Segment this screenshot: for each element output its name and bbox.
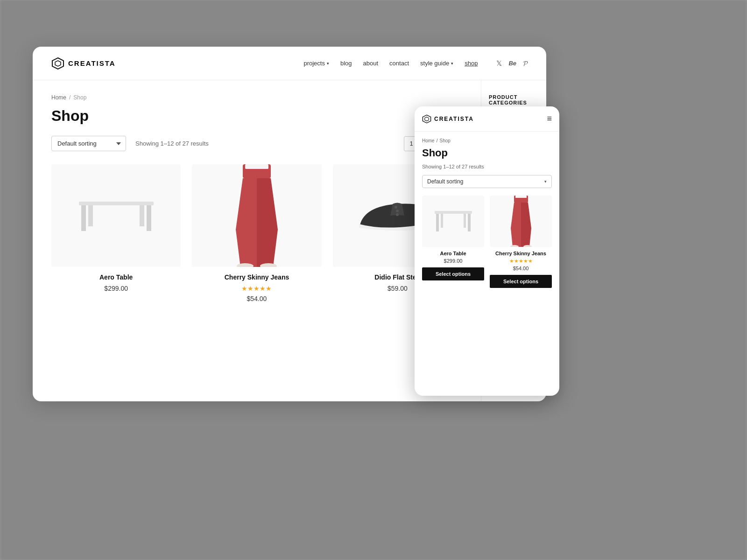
mobile-sort-label: Default sorting [427, 178, 463, 185]
product-name-2: Cherry Skinny Jeans [225, 273, 289, 281]
mobile-card: CREATISTA ≡ Home / Shop Shop Showing 1–1… [415, 106, 559, 396]
page-title: Shop [51, 107, 462, 125]
behance-icon[interactable]: Be [508, 60, 516, 67]
svg-rect-20 [464, 214, 466, 228]
jeans-image [229, 164, 285, 267]
mobile-results-text: Showing 1–12 of 27 results [422, 164, 552, 169]
svg-point-11 [395, 206, 397, 209]
nav-links: projects ▾ blog about contact style guid… [303, 59, 528, 68]
mobile-body: Home / Shop Shop Showing 1–12 of 27 resu… [415, 132, 559, 396]
mobile-product-card-1: Aero Table $299.00 Select options [422, 196, 484, 288]
svg-rect-24 [515, 196, 527, 198]
twitter-icon[interactable]: 𝕏 [496, 59, 502, 68]
nav-blog[interactable]: blog [340, 60, 352, 67]
svg-marker-15 [425, 117, 429, 121]
product-name-3: Didio Flat Step [374, 273, 420, 281]
nav-contact[interactable]: contact [389, 60, 409, 67]
mobile-products-grid: Aero Table $299.00 Select options Ch [422, 196, 552, 288]
mobile-logo-icon [422, 114, 431, 124]
mobile-sort-select[interactable]: Default sorting ▾ [422, 175, 552, 188]
breadcrumb-current: Shop [73, 94, 86, 101]
product-price-2: $54.00 [247, 295, 267, 302]
mobile-product-name-2: Cherry Skinny Jeans [495, 251, 546, 256]
mobile-navigation: CREATISTA ≡ [415, 106, 559, 132]
product-stars-2: ★★★★★ [241, 285, 272, 292]
product-card-2: Cherry Skinny Jeans ★★★★★ $54.00 [192, 164, 321, 302]
logo[interactable]: CREATISTA [51, 57, 116, 70]
product-image-wrap-1 [51, 164, 181, 267]
chevron-down-icon-2: ▾ [451, 61, 453, 66]
shop-toolbar: Default sorting Showing 1–12 of 27 resul… [51, 136, 462, 151]
results-text: Showing 1–12 of 27 results [135, 140, 209, 147]
svg-point-12 [396, 210, 399, 212]
svg-rect-5 [88, 205, 93, 226]
nav-style-guide[interactable]: style guide ▾ [420, 60, 453, 67]
nav-about[interactable]: about [363, 60, 379, 67]
mobile-jeans-image [507, 196, 535, 247]
product-price-1: $299.00 [104, 285, 128, 292]
chevron-down-icon: ▾ [327, 61, 329, 66]
mobile-product-card-2: Cherry Skinny Jeans ★★★★★ $54.00 Select … [490, 196, 552, 288]
logo-icon [51, 57, 64, 70]
pinterest-icon[interactable]: 𝓟 [523, 59, 528, 68]
svg-rect-10 [245, 164, 268, 169]
product-name-1: Aero Table [99, 273, 133, 281]
nav-projects[interactable]: projects ▾ [303, 60, 329, 67]
product-card-1: Aero Table $299.00 [51, 164, 181, 302]
product-image-wrap-2 [192, 164, 321, 267]
mobile-product-price-1: $299.00 [444, 258, 463, 264]
mobile-breadcrumb: Home / Shop [422, 138, 552, 143]
mobile-table-image [432, 207, 474, 235]
nav-shop[interactable]: shop [465, 60, 478, 67]
svg-marker-1 [55, 61, 61, 66]
svg-rect-6 [140, 205, 144, 226]
social-icons: 𝕏 Be 𝓟 [496, 59, 528, 68]
hamburger-menu-icon[interactable]: ≡ [547, 114, 552, 124]
breadcrumb-home[interactable]: Home [51, 94, 66, 101]
mobile-breadcrumb-sep: / [437, 138, 438, 143]
select-options-button-1[interactable]: Select options [422, 267, 484, 280]
mobile-product-image-wrap-2 [490, 196, 552, 247]
product-price-3: $59.00 [388, 285, 408, 292]
mobile-product-price-2: $54.00 [513, 266, 529, 271]
mobile-breadcrumb-home: Home [422, 138, 435, 143]
svg-rect-2 [79, 202, 154, 205]
breadcrumb-separator: / [69, 94, 70, 101]
svg-rect-19 [441, 214, 443, 228]
sort-select[interactable]: Default sorting [51, 136, 126, 151]
mobile-breadcrumb-current: Shop [439, 138, 450, 143]
mobile-product-image-wrap-1 [422, 196, 484, 247]
main-navigation: CREATISTA projects ▾ blog about contact … [33, 47, 546, 80]
mobile-product-stars-2: ★★★★★ [509, 258, 533, 264]
breadcrumb: Home / Shop [51, 94, 462, 101]
svg-rect-4 [147, 205, 151, 231]
svg-rect-18 [468, 214, 471, 231]
mobile-product-name-1: Aero Table [440, 251, 466, 256]
products-grid: Aero Table $299.00 [51, 164, 462, 302]
select-options-button-2[interactable]: Select options [490, 275, 552, 288]
mobile-chevron-down-icon: ▾ [544, 179, 547, 184]
svg-marker-0 [52, 58, 63, 69]
mobile-brand-name: CREATISTA [434, 116, 474, 122]
table-image [74, 192, 158, 239]
mobile-page-title: Shop [422, 147, 552, 159]
svg-point-13 [396, 213, 399, 216]
svg-rect-16 [435, 211, 472, 214]
sidebar-product-categories-label: product categories [489, 94, 539, 105]
svg-rect-3 [81, 205, 86, 231]
main-content: Home / Shop Shop Default sorting Showing… [33, 80, 481, 401]
svg-marker-14 [423, 115, 430, 123]
svg-rect-17 [436, 214, 439, 231]
mobile-logo[interactable]: CREATISTA [422, 114, 474, 124]
brand-name: CREATISTA [68, 59, 116, 67]
